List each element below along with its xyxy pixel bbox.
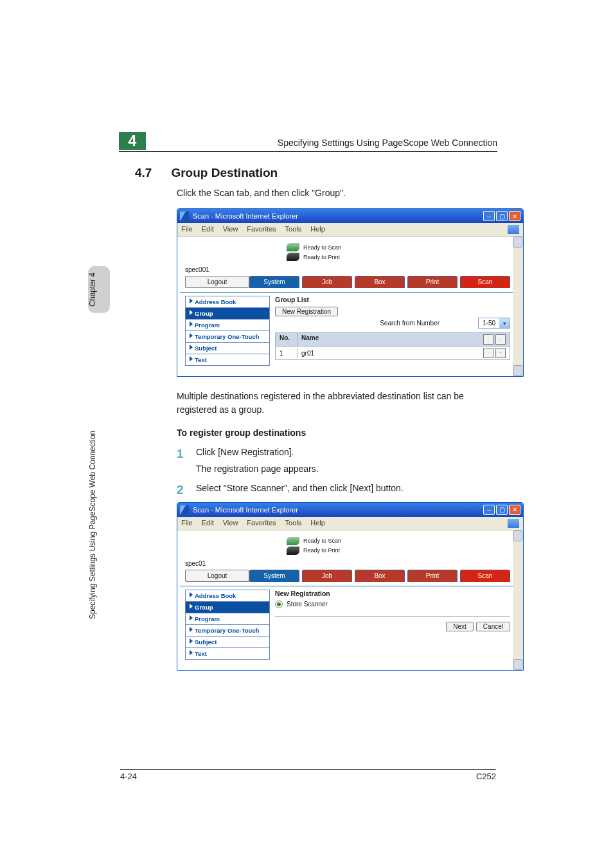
row-no: 1 [276, 348, 298, 358]
menu-favorites[interactable]: Favorites [247, 519, 276, 528]
tab-job[interactable]: Job [302, 570, 352, 582]
footer-rule [120, 769, 496, 770]
ready-to-print: Ready to Print [303, 547, 340, 554]
pane-title-new-registration: New Registration [275, 590, 510, 597]
ie-icon [180, 505, 189, 514]
step2-text: Select "Store Scanner", and then click [… [196, 483, 404, 493]
ready-to-print: Ready to Print [303, 254, 340, 260]
logout-button[interactable]: Logout [185, 276, 249, 288]
menu-file[interactable]: File [181, 519, 193, 528]
next-button[interactable]: Next [446, 622, 474, 631]
browser-menubar[interactable]: File Edit View Favorites Tools Help [177, 223, 523, 237]
window-title: Scan - Microsoft Internet Explorer [193, 506, 298, 514]
new-registration-button[interactable]: New Registration [275, 307, 338, 316]
tab-system[interactable]: System [249, 276, 299, 288]
col-header-no: No. [276, 333, 298, 346]
nav-text[interactable]: Text [185, 647, 270, 660]
chapter-badge: 4 [119, 132, 146, 150]
menu-help[interactable]: Help [310, 519, 325, 528]
nav-group[interactable]: Group [185, 601, 270, 613]
step1-text: Click [New Registration]. [196, 447, 319, 457]
scanner-status-icon [287, 537, 299, 545]
ie-icon [180, 212, 189, 221]
left-nav: Address Book Group Program Temporary One… [185, 296, 270, 366]
vertical-scrollbar[interactable] [513, 237, 523, 376]
tab-job[interactable]: Job [302, 276, 352, 288]
menu-view[interactable]: View [223, 225, 238, 234]
tab-print[interactable]: Print [407, 276, 458, 288]
menu-file[interactable]: File [181, 225, 193, 234]
side-section-title: Specifying Settings Using PageScope Web … [88, 356, 110, 694]
printer-status-icon [287, 253, 299, 261]
tab-box[interactable]: Box [355, 276, 405, 288]
menu-tools[interactable]: Tools [285, 519, 302, 528]
side-chapter-tab: Chapter 4 [88, 266, 110, 313]
chevron-down-icon: ▾ [499, 318, 510, 328]
menu-favorites[interactable]: Favorites [247, 225, 276, 234]
step-number-2: 2 [177, 483, 196, 497]
menu-edit[interactable]: Edit [202, 519, 214, 528]
tab-scan[interactable]: Scan [460, 570, 510, 582]
row-name: gr01 [298, 348, 477, 358]
delete-icon[interactable] [495, 334, 506, 345]
tab-print[interactable]: Print [407, 570, 458, 582]
menu-tools[interactable]: Tools [285, 225, 302, 234]
nav-temporary-one-touch[interactable]: Temporary One-Touch [185, 624, 270, 636]
svg-rect-0 [500, 339, 501, 340]
edit-icon[interactable] [483, 334, 493, 345]
nav-subject[interactable]: Subject [185, 636, 270, 647]
tab-box[interactable]: Box [355, 570, 405, 582]
edit-icon[interactable] [483, 348, 493, 358]
nav-text[interactable]: Text [185, 354, 270, 366]
store-scanner-label: Store Scanner [287, 601, 328, 608]
window-close-button[interactable]: ✕ [509, 211, 520, 221]
section-para2: Multiple destinations registered in the … [177, 390, 497, 416]
menu-help[interactable]: Help [310, 225, 325, 234]
window-minimize-button[interactable]: – [483, 211, 495, 221]
nav-temporary-one-touch[interactable]: Temporary One-Touch [185, 330, 270, 342]
vertical-scrollbar[interactable] [513, 530, 523, 670]
left-nav: Address Book Group Program Temporary One… [185, 590, 270, 660]
section-number: 4.7 [135, 166, 152, 180]
svg-rect-2 [500, 353, 501, 354]
menu-edit[interactable]: Edit [202, 225, 214, 234]
subheading-register-group: To register group destinations [177, 428, 497, 438]
section-title: Group Destination [171, 166, 278, 180]
scanner-status-icon [287, 243, 299, 251]
nav-address-book[interactable]: Address Book [185, 590, 270, 601]
delete-icon[interactable] [495, 348, 506, 358]
search-from-number-label: Search from Number [380, 320, 440, 327]
window-close-button[interactable]: ✕ [509, 505, 520, 515]
table-row: 1 gr01 [275, 347, 510, 360]
device-name: spec01 [185, 560, 510, 567]
col-header-name: Name [298, 333, 477, 346]
running-header: Specifying Settings Using PageScope Web … [278, 138, 497, 148]
tab-scan[interactable]: Scan [460, 276, 510, 288]
tab-system[interactable]: System [249, 570, 299, 582]
window-title: Scan - Microsoft Internet Explorer [193, 212, 298, 220]
nav-subject[interactable]: Subject [185, 342, 270, 354]
printer-status-icon [287, 547, 299, 555]
logout-button[interactable]: Logout [185, 570, 249, 582]
window-minimize-button[interactable]: – [483, 505, 495, 515]
step1b-text: The registration page appears. [196, 464, 319, 474]
menu-view[interactable]: View [223, 519, 238, 528]
window-maximize-button[interactable]: ▢ [496, 211, 508, 221]
store-scanner-radio[interactable] [275, 601, 283, 608]
screenshot-new-registration: Scan - Microsoft Internet Explorer – ▢ ✕… [177, 502, 524, 671]
window-maximize-button[interactable]: ▢ [496, 505, 508, 515]
nav-program[interactable]: Program [185, 319, 270, 330]
page-number: 4-24 [120, 772, 137, 781]
ready-to-scan: Ready to Scan [303, 538, 341, 544]
ie-throbber-icon [508, 519, 519, 528]
nav-group[interactable]: Group [185, 307, 270, 319]
section-intro: Click the Scan tab, and then click "Grou… [177, 186, 497, 199]
screenshot-group-list: Scan - Microsoft Internet Explorer – ▢ ✕… [177, 208, 524, 377]
cancel-button[interactable]: Cancel [476, 622, 510, 631]
nav-address-book[interactable]: Address Book [185, 296, 270, 307]
browser-menubar[interactable]: File Edit View Favorites Tools Help [177, 517, 523, 530]
nav-program[interactable]: Program [185, 613, 270, 624]
ie-throbber-icon [508, 225, 519, 234]
ready-to-scan: Ready to Scan [303, 244, 341, 251]
range-select[interactable]: 1-50 ▾ [478, 318, 510, 329]
